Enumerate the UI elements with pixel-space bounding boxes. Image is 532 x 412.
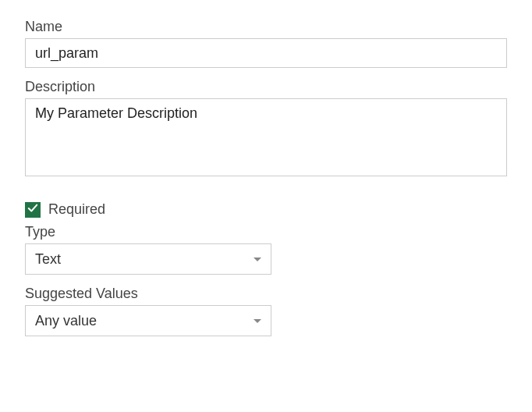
description-input[interactable]: My Parameter Description	[25, 98, 507, 176]
type-field-group: Type Text	[25, 224, 507, 275]
type-label: Type	[25, 224, 507, 240]
description-label: Description	[25, 79, 507, 95]
name-input[interactable]	[25, 38, 507, 68]
suggested-values-select[interactable]: Any value	[25, 305, 271, 336]
required-checkbox[interactable]	[25, 202, 41, 218]
name-label: Name	[25, 19, 507, 35]
check-icon	[27, 203, 38, 217]
chevron-down-icon	[254, 319, 261, 323]
required-label: Required	[48, 201, 105, 218]
type-select[interactable]: Text	[25, 243, 271, 275]
required-row: Required	[25, 201, 507, 218]
type-value: Text	[35, 251, 61, 268]
name-field-group: Name	[25, 19, 507, 68]
description-field-group: Description My Parameter Description	[25, 79, 507, 179]
suggested-values-field-group: Suggested Values Any value	[25, 286, 507, 336]
suggested-values-value: Any value	[35, 313, 97, 329]
suggested-values-label: Suggested Values	[25, 286, 507, 302]
chevron-down-icon	[254, 258, 261, 261]
